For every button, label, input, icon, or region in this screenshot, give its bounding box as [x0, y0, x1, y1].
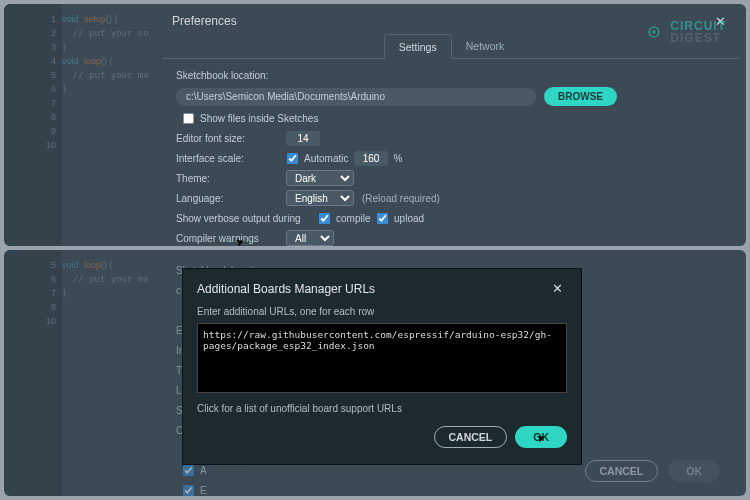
automatic-label: Automatic [304, 153, 348, 164]
cancel-button[interactable]: CANCEL [434, 426, 508, 448]
brand-logo: CIRCUITDIGEST [644, 20, 726, 44]
verbose-label: Show verbose output during [176, 213, 318, 224]
code-editor: void loop() { // put your ma } [62, 250, 162, 496]
upload-checkbox[interactable] [377, 212, 388, 223]
urls-textarea[interactable] [197, 323, 567, 393]
automatic-checkbox[interactable] [287, 152, 298, 163]
browse-button[interactable]: BROWSE [544, 87, 617, 106]
unofficial-list-link[interactable]: Click for a list of unofficial board sup… [197, 403, 567, 414]
reload-note: (Reload required) [362, 193, 440, 204]
preferences-dialog: CIRCUITDIGEST Preferences ✕ Settings Net… [162, 8, 740, 242]
theme-label: Theme: [176, 173, 286, 184]
modal-title: Additional Boards Manager URLs [197, 282, 548, 296]
modal-subtitle: Enter additional URLs, one for each row [197, 306, 567, 317]
theme-select[interactable]: Dark [286, 170, 354, 186]
dialog-title: Preferences [172, 14, 711, 28]
compile-label: compile [336, 213, 370, 224]
quicksug-checkbox [183, 484, 194, 495]
additional-urls-modal: Additional Boards Manager URLs ✕ Enter a… [182, 268, 582, 465]
tab-network[interactable]: Network [452, 34, 519, 58]
tab-settings[interactable]: Settings [384, 34, 452, 59]
percent-label: % [394, 153, 403, 164]
sketchbook-path-input[interactable] [176, 88, 536, 106]
close-icon[interactable]: ✕ [548, 281, 567, 296]
show-files-label: Show files inside Sketches [200, 113, 318, 124]
pref-ok-button[interactable]: OK [668, 460, 720, 482]
font-size-label: Editor font size: [176, 133, 286, 144]
interface-scale-label: Interface scale: [176, 153, 286, 164]
scale-input[interactable] [354, 151, 388, 166]
sketchbook-label: Sketchbook location: [176, 70, 268, 81]
font-size-input[interactable] [286, 131, 320, 146]
compile-checkbox[interactable] [319, 212, 330, 223]
warnings-label: Compiler warnings [176, 233, 286, 244]
show-files-checkbox[interactable] [183, 112, 194, 123]
line-gutter: 1 2 3 4 5 6 7 8 9 10 [4, 4, 62, 246]
svg-point-1 [653, 30, 656, 33]
warnings-select[interactable]: All [286, 230, 334, 246]
pref-cancel-button[interactable]: CANCEL [585, 460, 659, 482]
language-label: Language: [176, 193, 286, 204]
upload-label: upload [394, 213, 424, 224]
line-gutter: 5 6 7 8 10 [4, 250, 62, 496]
language-select[interactable]: English [286, 190, 354, 206]
code-editor: void setup() { // put your se } void loo… [62, 4, 162, 246]
autosave-checkbox [183, 464, 194, 475]
